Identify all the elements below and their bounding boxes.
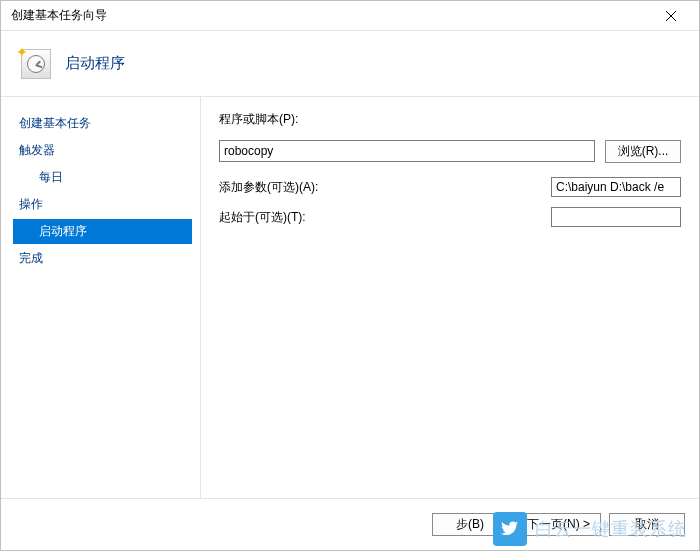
arguments-input[interactable] bbox=[551, 177, 681, 197]
clock-icon bbox=[27, 55, 45, 73]
step-create-basic-task[interactable]: 创建基本任务 bbox=[13, 111, 192, 136]
next-button[interactable]: 下一页(N) > bbox=[516, 513, 601, 536]
back-button[interactable]: 步(B) bbox=[432, 513, 508, 536]
arguments-row: 添加参数(可选)(A): bbox=[219, 177, 681, 197]
wizard-body: 创建基本任务 触发器 每日 操作 启动程序 完成 程序或脚本(P): 浏览(R)… bbox=[1, 97, 699, 498]
browse-button[interactable]: 浏览(R)... bbox=[605, 140, 681, 163]
cancel-button[interactable]: 取消 bbox=[609, 513, 685, 536]
startin-label: 起始于(可选)(T): bbox=[219, 209, 551, 226]
program-input-row: 浏览(R)... bbox=[219, 140, 681, 163]
step-finish[interactable]: 完成 bbox=[13, 246, 192, 271]
wizard-steps-sidebar: 创建基本任务 触发器 每日 操作 启动程序 完成 bbox=[1, 97, 201, 498]
step-trigger[interactable]: 触发器 bbox=[13, 138, 192, 163]
wizard-footer: 步(B) 下一页(N) > 取消 bbox=[1, 498, 699, 550]
window-title: 创建基本任务向导 bbox=[11, 7, 649, 24]
step-daily[interactable]: 每日 bbox=[13, 165, 192, 190]
startin-input[interactable] bbox=[551, 207, 681, 227]
program-label: 程序或脚本(P): bbox=[219, 111, 298, 128]
wizard-icon: ✦ bbox=[21, 49, 51, 79]
step-action[interactable]: 操作 bbox=[13, 192, 192, 217]
startin-row: 起始于(可选)(T): bbox=[219, 207, 681, 227]
program-input[interactable] bbox=[219, 140, 595, 162]
wizard-header: ✦ 启动程序 bbox=[1, 31, 699, 97]
arguments-label: 添加参数(可选)(A): bbox=[219, 179, 551, 196]
step-start-program[interactable]: 启动程序 bbox=[13, 219, 192, 244]
titlebar: 创建基本任务向导 bbox=[1, 1, 699, 31]
page-title: 启动程序 bbox=[65, 54, 125, 73]
close-icon bbox=[666, 11, 676, 21]
close-button[interactable] bbox=[649, 2, 693, 30]
program-label-row: 程序或脚本(P): bbox=[219, 111, 681, 132]
new-star-icon: ✦ bbox=[16, 44, 28, 60]
wizard-content: 程序或脚本(P): 浏览(R)... 添加参数(可选)(A): 起始于(可选)(… bbox=[201, 97, 699, 498]
